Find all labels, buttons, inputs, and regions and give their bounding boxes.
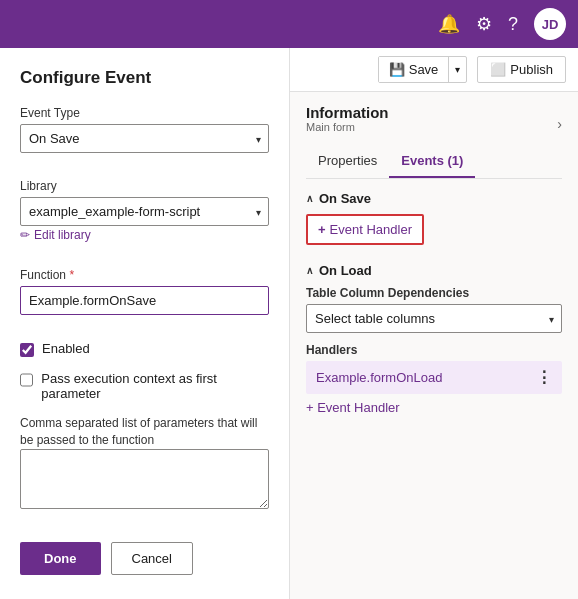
- save-dropdown-button[interactable]: ▾: [449, 59, 466, 80]
- enabled-row: Enabled: [20, 341, 269, 357]
- top-bar: 🔔 ⚙ ? JD: [0, 0, 578, 48]
- pass-context-label: Pass execution context as first paramete…: [41, 371, 269, 401]
- info-expand-icon[interactable]: ›: [557, 116, 562, 132]
- on-load-title: On Load: [319, 263, 372, 278]
- publish-icon: ⬜: [490, 62, 506, 77]
- on-save-title: On Save: [319, 191, 371, 206]
- library-field: Library example_example-form-script ▾ ✏ …: [20, 179, 269, 242]
- avatar[interactable]: JD: [534, 8, 566, 40]
- tab-events[interactable]: Events (1): [389, 145, 475, 178]
- on-load-collapse-icon[interactable]: ∧: [306, 265, 313, 276]
- panel-title: Configure Event: [20, 68, 269, 88]
- table-column-label: Table Column Dependencies: [306, 286, 562, 300]
- required-marker: *: [69, 268, 74, 282]
- save-button[interactable]: 💾 Save: [379, 57, 450, 82]
- tab-properties[interactable]: Properties: [306, 145, 389, 178]
- handler-menu-icon[interactable]: ⋮: [536, 368, 552, 387]
- right-toolbar: 💾 Save ▾ ⬜ Publish: [290, 48, 578, 92]
- table-column-field: Table Column Dependencies Select table c…: [306, 286, 562, 333]
- event-type-field: Event Type On Save ▾: [20, 106, 269, 153]
- handlers-field: Handlers Example.formOnLoad ⋮ + Event Ha…: [306, 343, 562, 415]
- pass-context-checkbox[interactable]: [20, 373, 33, 387]
- publish-button[interactable]: ⬜ Publish: [477, 56, 566, 83]
- add-handler-link[interactable]: + Event Handler: [306, 400, 562, 415]
- save-icon: 💾: [389, 62, 405, 77]
- handler-row: Example.formOnLoad ⋮: [306, 361, 562, 394]
- table-column-select-wrapper: Select table columns ▾: [306, 304, 562, 333]
- library-label: Library: [20, 179, 269, 193]
- handler-name: Example.formOnLoad: [316, 370, 442, 385]
- info-header: Information Main form ›: [306, 104, 562, 143]
- help-icon[interactable]: ?: [508, 14, 518, 35]
- function-field: Function * Example.formOnSave: [20, 268, 269, 315]
- event-handler-label: Event Handler: [330, 222, 412, 237]
- event-type-label: Event Type: [20, 106, 269, 120]
- info-subtitle: Main form: [306, 121, 389, 133]
- gear-icon[interactable]: ⚙: [476, 13, 492, 35]
- configure-event-panel: Configure Event Event Type On Save ▾ Lib…: [0, 48, 290, 599]
- tabs: Properties Events (1): [306, 145, 562, 179]
- right-content: Information Main form › Properties Event…: [290, 92, 578, 599]
- pencil-icon: ✏: [20, 228, 30, 242]
- function-label: Function *: [20, 268, 269, 282]
- button-row: Done Cancel: [20, 542, 269, 575]
- bell-icon[interactable]: 🔔: [438, 13, 460, 35]
- info-title: Information: [306, 104, 389, 121]
- event-type-select[interactable]: On Save: [20, 124, 269, 153]
- add-handler-label: + Event Handler: [306, 400, 400, 415]
- enabled-checkbox[interactable]: [20, 343, 34, 357]
- params-field: Comma separated list of parameters that …: [20, 415, 269, 512]
- function-input[interactable]: Example.formOnSave: [20, 286, 269, 315]
- edit-library-link[interactable]: ✏ Edit library: [20, 228, 269, 242]
- handlers-label: Handlers: [306, 343, 562, 357]
- done-button[interactable]: Done: [20, 542, 101, 575]
- plus-icon: +: [318, 222, 326, 237]
- cancel-button[interactable]: Cancel: [111, 542, 193, 575]
- params-label: Comma separated list of parameters that …: [20, 416, 257, 447]
- on-load-section: ∧ On Load Table Column Dependencies Sele…: [306, 263, 562, 415]
- edit-library-label: Edit library: [34, 228, 91, 242]
- on-load-section-header: ∧ On Load: [306, 263, 562, 278]
- right-panel: 💾 Save ▾ ⬜ Publish Information Main form…: [290, 48, 578, 599]
- event-type-select-wrapper: On Save ▾: [20, 124, 269, 153]
- save-button-group: 💾 Save ▾: [378, 56, 468, 83]
- library-select[interactable]: example_example-form-script: [20, 197, 269, 226]
- library-select-wrapper: example_example-form-script ▾: [20, 197, 269, 226]
- on-save-collapse-icon[interactable]: ∧: [306, 193, 313, 204]
- enabled-label: Enabled: [42, 341, 90, 356]
- on-save-event-handler-button[interactable]: + Event Handler: [306, 214, 424, 245]
- main-layout: Configure Event Event Type On Save ▾ Lib…: [0, 48, 578, 599]
- on-save-section-header: ∧ On Save: [306, 191, 562, 206]
- table-column-select[interactable]: Select table columns: [306, 304, 562, 333]
- pass-context-row: Pass execution context as first paramete…: [20, 371, 269, 401]
- params-textarea[interactable]: [20, 449, 269, 509]
